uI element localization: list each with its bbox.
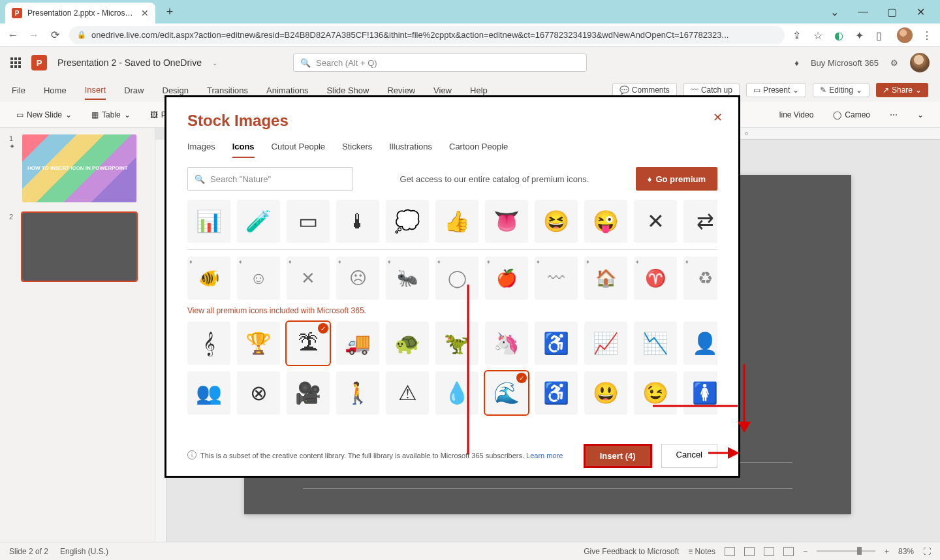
new-tab-button[interactable]: + xyxy=(161,3,179,21)
slideshow-view-icon[interactable] xyxy=(783,547,794,556)
language-indicator[interactable]: English (U.S.) xyxy=(60,547,108,556)
collapse-ribbon-icon[interactable]: ⌄ xyxy=(913,108,928,122)
sorter-view-icon[interactable] xyxy=(744,547,755,556)
icon-tongue[interactable]: 👅 xyxy=(485,200,528,243)
icon-ant[interactable]: 🐜 xyxy=(386,257,429,300)
icon-laughing-face[interactable]: 😆 xyxy=(535,200,578,243)
reading-view-icon[interactable] xyxy=(764,547,774,556)
icon-user-silhouette[interactable]: 👤 xyxy=(683,322,717,365)
icon-thumbs-up[interactable]: 👍 xyxy=(435,200,478,243)
maximize-icon[interactable]: ▢ xyxy=(884,4,900,20)
title-dropdown-icon[interactable]: ⌄ xyxy=(212,59,217,67)
icon-water-drop[interactable]: 💧 xyxy=(435,371,478,414)
document-title[interactable]: Presentation 2 - Saved to OneDrive xyxy=(57,57,202,68)
icon-arrows-swap[interactable]: ⇄ xyxy=(683,200,717,243)
icon-line-chart-up[interactable]: 📈 xyxy=(584,322,627,365)
icon-walking[interactable]: 🚶 xyxy=(336,371,379,414)
icon-tropical-island[interactable]: 🏝✓ xyxy=(287,322,330,365)
tab-insert[interactable]: Insert xyxy=(85,81,106,100)
insert-button[interactable]: Insert (4) xyxy=(584,444,652,468)
cameo-button[interactable]: ◯ Cameo xyxy=(828,108,875,122)
icon-clownfish[interactable]: 🐠 xyxy=(187,257,230,300)
forward-icon[interactable]: → xyxy=(27,29,40,42)
go-premium-button[interactable]: ♦ Go premium xyxy=(636,167,717,191)
editing-button[interactable]: ✎ Editing ⌄ xyxy=(813,83,870,97)
icon-presentation-board[interactable]: 📊 xyxy=(187,200,230,243)
side-panel-icon[interactable]: ▯ xyxy=(876,29,888,41)
back-icon[interactable]: ← xyxy=(7,29,20,42)
present-button[interactable]: ▭ Present ⌄ xyxy=(746,83,806,97)
icon-video-camera[interactable]: 🎥 xyxy=(287,371,330,414)
buy-microsoft-link[interactable]: Buy Microsoft 365 xyxy=(811,58,879,68)
close-icon[interactable]: ✕ xyxy=(913,4,928,20)
icon-angry-face[interactable]: ☹ xyxy=(336,257,379,300)
icon-aperture[interactable]: ◯ xyxy=(435,257,478,300)
icon-thermometer[interactable]: 🌡 xyxy=(336,200,379,243)
tab-close-icon[interactable]: ✕ xyxy=(141,8,149,18)
icon-accessibility-pair[interactable]: ♿ xyxy=(535,322,578,365)
chevron-down-icon[interactable]: ⌄ xyxy=(826,4,842,20)
slide-thumbnail-2[interactable] xyxy=(22,213,136,281)
extension-icon[interactable]: ◐ xyxy=(834,29,846,41)
zoom-slider[interactable] xyxy=(817,550,875,552)
icon-t-rex[interactable]: 🦖 xyxy=(435,322,478,365)
settings-gear-icon[interactable]: ⚙ xyxy=(890,58,898,68)
icon-users-group[interactable]: 👥 xyxy=(187,371,230,414)
icon-angel-face[interactable]: ☺ xyxy=(237,257,280,300)
profile-avatar-icon[interactable] xyxy=(897,27,913,43)
feedback-link[interactable]: Give Feedback to Microsoft xyxy=(584,547,679,556)
star-icon[interactable]: ☆ xyxy=(813,29,825,41)
icon-classroom[interactable]: ▭ xyxy=(287,200,330,243)
icon-line-chart-down[interactable]: 📉 xyxy=(634,322,677,365)
cancel-button[interactable]: Cancel xyxy=(661,444,717,468)
icon-tools-cross[interactable]: ✕ xyxy=(634,200,677,243)
table-button[interactable]: ▦ Table ⌄ xyxy=(87,108,135,122)
icon-venn[interactable]: ⊗ xyxy=(237,371,280,414)
more-icon[interactable]: ⋯ xyxy=(885,108,902,122)
icon-wink-face[interactable]: 😉 xyxy=(634,371,677,414)
icon-treble-clef[interactable]: 𝄞 xyxy=(187,322,230,365)
dialog-close-icon[interactable]: ✕ xyxy=(713,110,723,125)
powerpoint-logo-icon[interactable]: P xyxy=(31,55,47,70)
notes-button[interactable]: ≡ Notes xyxy=(688,547,715,556)
icon-thought-cloud[interactable]: 💭 xyxy=(386,200,429,243)
zoom-out-icon[interactable]: − xyxy=(803,547,807,556)
tab-cutout-people[interactable]: Cutout People xyxy=(272,142,325,158)
browser-tab[interactable]: P Presentation 2.pptx - Microsoft P ✕ xyxy=(5,3,155,23)
icon-truck[interactable]: 🚚 xyxy=(336,322,379,365)
icon-turtle[interactable]: 🐢 xyxy=(386,322,429,365)
tab-file[interactable]: File xyxy=(12,82,25,99)
url-field[interactable]: 🔒 onedrive.live.com/edit.aspx?action=edi… xyxy=(69,26,785,44)
share-button[interactable]: ↗ Share ⌄ xyxy=(876,83,928,97)
new-slide-button[interactable]: ▭ New Slide ⌄ xyxy=(12,108,76,122)
icon-warning-triangle[interactable]: ⚠ xyxy=(386,371,429,414)
icon-house-stats[interactable]: 🏠 xyxy=(584,257,627,300)
slide-thumbnail-1[interactable]: HOW TO INSERT ICON IN POWERPOINT xyxy=(22,134,136,202)
online-video-button[interactable]: line Video xyxy=(775,108,819,122)
icon-unicorn[interactable]: 🦄 xyxy=(485,322,528,365)
icon-test-tubes[interactable]: 🧪 xyxy=(237,200,280,243)
icon-waves-icon[interactable]: 〰 xyxy=(535,257,578,300)
tab-cartoon-people[interactable]: Cartoon People xyxy=(449,142,508,158)
icon-search-input[interactable]: 🔍 Search "Nature" xyxy=(187,167,353,191)
menu-dots-icon[interactable]: ⋮ xyxy=(922,29,933,41)
tab-draw[interactable]: Draw xyxy=(124,82,144,99)
tab-home[interactable]: Home xyxy=(44,82,67,99)
tab-icons[interactable]: Icons xyxy=(232,142,255,158)
icon-grin-face[interactable]: 😃 xyxy=(584,371,627,414)
tab-stickers[interactable]: Stickers xyxy=(342,142,372,158)
search-box[interactable]: 🔍 Search (Alt + Q) xyxy=(293,54,587,72)
icon-trophy[interactable]: 🏆 xyxy=(237,322,280,365)
minimize-icon[interactable]: — xyxy=(855,4,871,20)
zoom-in-icon[interactable]: + xyxy=(885,547,889,556)
icon-wheelchair[interactable]: ♿ xyxy=(535,371,578,414)
icon-recycle[interactable]: ♻ xyxy=(683,257,717,300)
view-premium-link[interactable]: View all premium icons included with Mic… xyxy=(187,306,717,315)
learn-more-link[interactable]: Learn more xyxy=(526,452,563,459)
fit-to-window-icon[interactable]: ⛶ xyxy=(923,547,931,556)
icon-wave[interactable]: 🌊✓ xyxy=(485,371,528,414)
app-launcher-icon[interactable] xyxy=(10,57,21,68)
icon-winking-face[interactable]: 😜 xyxy=(584,200,627,243)
tab-images[interactable]: Images xyxy=(187,142,215,158)
share-url-icon[interactable]: ⇪ xyxy=(792,29,804,41)
